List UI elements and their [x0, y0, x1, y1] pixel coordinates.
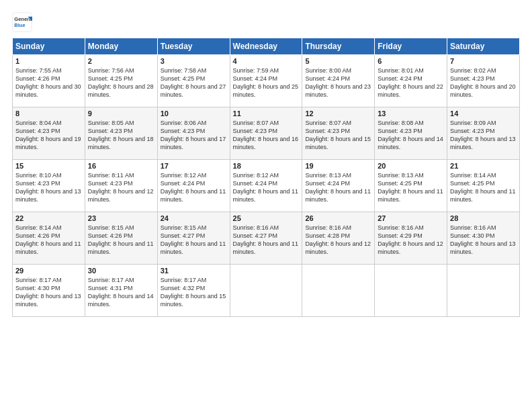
day-number: 17	[161, 162, 227, 170]
day-number: 29	[15, 267, 82, 275]
calendar-cell	[230, 265, 302, 317]
calendar-header-monday: Monday	[85, 38, 157, 55]
calendar-cell: 18 Sunrise: 8:12 AMSunset: 4:24 PMDaylig…	[230, 160, 302, 212]
calendar-cell: 31 Sunrise: 8:17 AMSunset: 4:32 PMDaylig…	[157, 265, 230, 317]
calendar-cell: 6 Sunrise: 8:01 AMSunset: 4:24 PMDayligh…	[375, 55, 447, 107]
calendar-header-wednesday: Wednesday	[230, 38, 302, 55]
day-number: 28	[450, 214, 517, 222]
day-number: 31	[161, 267, 227, 275]
day-number: 21	[450, 162, 517, 170]
day-info: Sunrise: 8:02 AMSunset: 4:23 PMDaylight:…	[450, 66, 517, 99]
calendar-cell: 24 Sunrise: 8:15 AMSunset: 4:27 PMDaylig…	[157, 212, 230, 265]
page: General Blue SundayMondayTuesdayWednesda…	[0, 0, 532, 411]
day-number: 26	[305, 214, 371, 222]
day-number: 5	[305, 57, 371, 65]
calendar-cell: 16 Sunrise: 8:11 AMSunset: 4:23 PMDaylig…	[85, 160, 157, 212]
calendar-cell: 11 Sunrise: 8:07 AMSunset: 4:23 PMDaylig…	[230, 107, 302, 160]
calendar-cell: 5 Sunrise: 8:00 AMSunset: 4:24 PMDayligh…	[302, 55, 375, 107]
day-info: Sunrise: 7:56 AMSunset: 4:25 PMDaylight:…	[88, 66, 154, 99]
calendar-cell: 25 Sunrise: 8:16 AMSunset: 4:27 PMDaylig…	[230, 212, 302, 265]
day-info: Sunrise: 8:00 AMSunset: 4:24 PMDaylight:…	[305, 66, 371, 99]
day-info: Sunrise: 8:10 AMSunset: 4:23 PMDaylight:…	[15, 171, 82, 204]
day-info: Sunrise: 8:14 AMSunset: 4:26 PMDaylight:…	[15, 224, 82, 257]
day-number: 22	[15, 214, 82, 222]
day-info: Sunrise: 8:16 AMSunset: 4:28 PMDaylight:…	[305, 224, 371, 257]
day-info: Sunrise: 8:17 AMSunset: 4:30 PMDaylight:…	[15, 276, 82, 309]
calendar-week-row: 1 Sunrise: 7:55 AMSunset: 4:26 PMDayligh…	[13, 55, 520, 107]
day-info: Sunrise: 8:14 AMSunset: 4:25 PMDaylight:…	[450, 171, 517, 204]
calendar-cell: 30 Sunrise: 8:17 AMSunset: 4:31 PMDaylig…	[85, 265, 157, 317]
day-info: Sunrise: 8:11 AMSunset: 4:23 PMDaylight:…	[88, 171, 154, 204]
day-number: 6	[378, 57, 444, 65]
day-info: Sunrise: 7:59 AMSunset: 4:24 PMDaylight:…	[233, 66, 300, 99]
day-info: Sunrise: 8:08 AMSunset: 4:23 PMDaylight:…	[378, 119, 444, 152]
calendar-header-saturday: Saturday	[447, 38, 520, 55]
day-number: 30	[88, 267, 154, 275]
day-info: Sunrise: 8:04 AMSunset: 4:23 PMDaylight:…	[15, 119, 82, 152]
day-info: Sunrise: 8:15 AMSunset: 4:27 PMDaylight:…	[161, 224, 227, 257]
day-info: Sunrise: 8:13 AMSunset: 4:25 PMDaylight:…	[378, 171, 444, 204]
day-number: 19	[305, 162, 371, 170]
calendar-cell: 8 Sunrise: 8:04 AMSunset: 4:23 PMDayligh…	[13, 107, 85, 160]
day-info: Sunrise: 8:09 AMSunset: 4:23 PMDaylight:…	[450, 119, 517, 152]
day-number: 12	[305, 109, 371, 118]
day-number: 7	[450, 57, 517, 65]
day-number: 13	[378, 109, 444, 118]
day-number: 8	[15, 109, 82, 118]
svg-text:Blue: Blue	[14, 22, 25, 28]
day-number: 15	[15, 162, 82, 170]
day-number: 2	[88, 57, 154, 65]
day-info: Sunrise: 8:12 AMSunset: 4:24 PMDaylight:…	[233, 171, 300, 204]
day-info: Sunrise: 8:05 AMSunset: 4:23 PMDaylight:…	[88, 119, 154, 152]
calendar-cell: 26 Sunrise: 8:16 AMSunset: 4:28 PMDaylig…	[302, 212, 375, 265]
header: General Blue	[12, 12, 520, 32]
calendar-cell: 10 Sunrise: 8:06 AMSunset: 4:23 PMDaylig…	[157, 107, 230, 160]
calendar-cell: 1 Sunrise: 7:55 AMSunset: 4:26 PMDayligh…	[13, 55, 85, 107]
day-info: Sunrise: 7:58 AMSunset: 4:25 PMDaylight:…	[161, 66, 227, 99]
calendar-cell: 15 Sunrise: 8:10 AMSunset: 4:23 PMDaylig…	[13, 160, 85, 212]
day-number: 14	[450, 109, 517, 118]
day-number: 10	[161, 109, 227, 118]
day-info: Sunrise: 8:16 AMSunset: 4:30 PMDaylight:…	[450, 224, 517, 257]
calendar-cell: 12 Sunrise: 8:07 AMSunset: 4:23 PMDaylig…	[302, 107, 375, 160]
day-info: Sunrise: 8:07 AMSunset: 4:23 PMDaylight:…	[233, 119, 300, 152]
calendar-cell: 14 Sunrise: 8:09 AMSunset: 4:23 PMDaylig…	[447, 107, 520, 160]
calendar-cell: 4 Sunrise: 7:59 AMSunset: 4:24 PMDayligh…	[230, 55, 302, 107]
day-number: 9	[88, 109, 154, 118]
day-info: Sunrise: 8:16 AMSunset: 4:27 PMDaylight:…	[233, 224, 300, 257]
day-number: 4	[233, 57, 300, 65]
calendar-cell: 27 Sunrise: 8:16 AMSunset: 4:29 PMDaylig…	[375, 212, 447, 265]
calendar-week-row: 29 Sunrise: 8:17 AMSunset: 4:30 PMDaylig…	[13, 265, 520, 317]
calendar-cell: 21 Sunrise: 8:14 AMSunset: 4:25 PMDaylig…	[447, 160, 520, 212]
day-number: 1	[15, 57, 82, 65]
day-info: Sunrise: 8:16 AMSunset: 4:29 PMDaylight:…	[378, 224, 444, 257]
day-info: Sunrise: 8:17 AMSunset: 4:32 PMDaylight:…	[161, 276, 227, 309]
calendar-cell: 29 Sunrise: 8:17 AMSunset: 4:30 PMDaylig…	[13, 265, 85, 317]
day-number: 3	[161, 57, 227, 65]
day-number: 27	[378, 214, 444, 222]
day-info: Sunrise: 8:15 AMSunset: 4:26 PMDaylight:…	[88, 224, 154, 257]
calendar-cell: 9 Sunrise: 8:05 AMSunset: 4:23 PMDayligh…	[85, 107, 157, 160]
day-number: 20	[378, 162, 444, 170]
day-info: Sunrise: 8:06 AMSunset: 4:23 PMDaylight:…	[161, 119, 227, 152]
calendar-cell: 17 Sunrise: 8:12 AMSunset: 4:24 PMDaylig…	[157, 160, 230, 212]
calendar-header-friday: Friday	[375, 38, 447, 55]
calendar-cell: 23 Sunrise: 8:15 AMSunset: 4:26 PMDaylig…	[85, 212, 157, 265]
calendar-header-row: SundayMondayTuesdayWednesdayThursdayFrid…	[13, 38, 520, 55]
calendar-header-thursday: Thursday	[302, 38, 375, 55]
calendar-cell	[447, 265, 520, 317]
calendar-cell: 13 Sunrise: 8:08 AMSunset: 4:23 PMDaylig…	[375, 107, 447, 160]
day-info: Sunrise: 8:17 AMSunset: 4:31 PMDaylight:…	[88, 276, 154, 309]
day-info: Sunrise: 8:13 AMSunset: 4:24 PMDaylight:…	[305, 171, 371, 204]
day-number: 11	[233, 109, 300, 118]
calendar-cell: 19 Sunrise: 8:13 AMSunset: 4:24 PMDaylig…	[302, 160, 375, 212]
day-info: Sunrise: 7:55 AMSunset: 4:26 PMDaylight:…	[15, 66, 82, 99]
calendar-cell: 28 Sunrise: 8:16 AMSunset: 4:30 PMDaylig…	[447, 212, 520, 265]
day-number: 23	[88, 214, 154, 222]
logo: General Blue	[12, 12, 36, 32]
calendar-cell: 20 Sunrise: 8:13 AMSunset: 4:25 PMDaylig…	[375, 160, 447, 212]
day-info: Sunrise: 8:12 AMSunset: 4:24 PMDaylight:…	[161, 171, 227, 204]
calendar-table: SundayMondayTuesdayWednesdayThursdayFrid…	[12, 38, 520, 317]
calendar-week-row: 22 Sunrise: 8:14 AMSunset: 4:26 PMDaylig…	[13, 212, 520, 265]
logo-icon: General Blue	[12, 12, 32, 32]
